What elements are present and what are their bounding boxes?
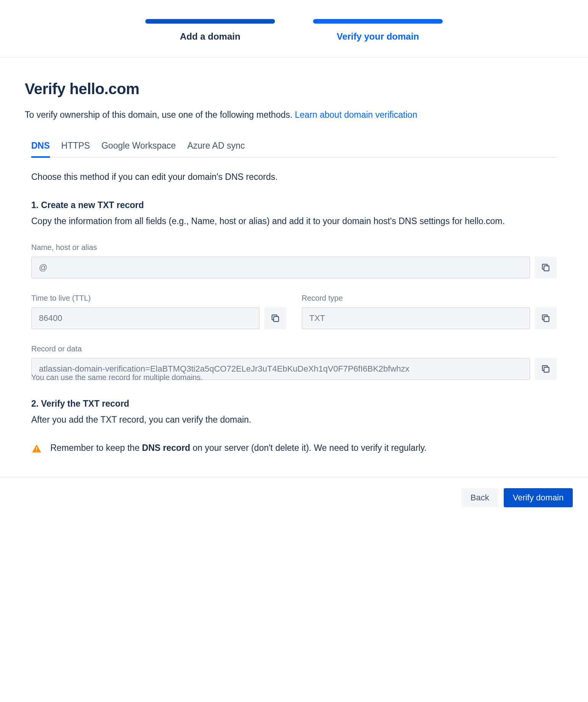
- copy-icon: [541, 263, 551, 272]
- copy-name-button[interactable]: [535, 256, 557, 279]
- step2-body: After you add the TXT record, you can ve…: [31, 414, 557, 426]
- footer: Back Verify domain: [0, 477, 588, 518]
- svg-rect-0: [544, 266, 549, 271]
- svg-rect-2: [544, 316, 549, 321]
- subtitle-text: To verify ownership of this domain, use …: [25, 110, 295, 120]
- callout-text: Remember to keep the DNS record on your …: [50, 443, 427, 453]
- copy-ttl-button[interactable]: [264, 307, 286, 329]
- step1-bar: [145, 19, 275, 24]
- svg-rect-4: [36, 447, 37, 450]
- tab-dns[interactable]: DNS: [31, 141, 50, 158]
- callout: Remember to keep the DNS record on your …: [31, 443, 557, 454]
- svg-rect-1: [274, 316, 279, 321]
- page-title: Verify hello.com: [25, 80, 563, 98]
- record-data-label: Record or data: [31, 345, 557, 353]
- ttl-label: Time to live (TTL): [31, 294, 286, 303]
- tab-google-workspace[interactable]: Google Workspace: [101, 141, 176, 158]
- back-button[interactable]: Back: [461, 488, 498, 507]
- svg-rect-5: [36, 451, 37, 452]
- step1-heading: 1. Create a new TXT record: [31, 200, 557, 210]
- tab-https[interactable]: HTTPS: [61, 141, 90, 158]
- learn-link[interactable]: Learn about domain verification: [295, 110, 417, 120]
- step-verify-domain[interactable]: Verify your domain: [313, 19, 443, 42]
- svg-rect-3: [544, 367, 549, 372]
- step1-label: Add a domain: [180, 31, 241, 42]
- step2-bar: [313, 19, 443, 24]
- subtitle: To verify ownership of this domain, use …: [25, 110, 563, 120]
- verify-domain-button[interactable]: Verify domain: [504, 488, 573, 507]
- copy-icon: [270, 313, 280, 323]
- step-add-domain[interactable]: Add a domain: [145, 19, 275, 42]
- callout-bold: DNS record: [142, 443, 190, 453]
- copy-type-button[interactable]: [535, 307, 557, 329]
- stepper: Add a domain Verify your domain: [0, 0, 588, 58]
- copy-icon: [541, 364, 551, 374]
- step2-heading: 2. Verify the TXT record: [31, 399, 557, 409]
- copy-icon: [541, 313, 551, 323]
- record-type-label: Record type: [302, 294, 557, 303]
- warning-icon: [31, 444, 42, 454]
- record-type-field[interactable]: [302, 307, 530, 329]
- ttl-field[interactable]: [31, 307, 260, 329]
- callout-post: on your server (don't delete it). We nee…: [190, 443, 427, 453]
- step1-body: Copy the information from all fields (e.…: [31, 215, 557, 228]
- method-description: Choose this method if you can edit your …: [31, 171, 557, 183]
- name-host-label: Name, host or alias: [31, 243, 557, 252]
- name-host-field[interactable]: [31, 256, 530, 279]
- copy-data-button[interactable]: [535, 358, 557, 380]
- callout-pre: Remember to keep the: [50, 443, 142, 453]
- tab-azure-ad-sync[interactable]: Azure AD sync: [187, 141, 245, 158]
- step2-label: Verify your domain: [337, 31, 419, 42]
- verification-tabs: DNS HTTPS Google Workspace Azure AD sync: [31, 141, 557, 158]
